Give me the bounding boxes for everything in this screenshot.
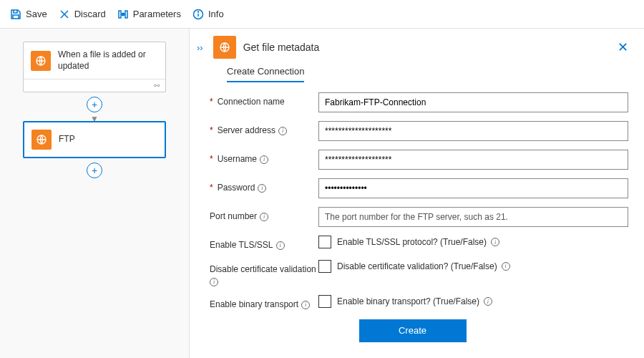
binary-cb-label: Enable binary transport? (True/False) — [337, 296, 479, 306]
port-input[interactable] — [318, 207, 628, 227]
label-connection-name: Connection name — [218, 97, 285, 108]
info-icon[interactable]: i — [502, 262, 510, 271]
parameters-button[interactable]: Parameters — [117, 9, 181, 20]
label-tls: Enable TLS/SSL — [210, 240, 273, 251]
password-input[interactable] — [318, 178, 628, 198]
discard-icon — [59, 9, 70, 20]
info-icon — [192, 9, 204, 20]
tls-cb-label: Enable TLS/SSL protocol? (True/False) — [337, 237, 487, 247]
discard-button[interactable]: Discard — [59, 9, 106, 20]
server-address-input[interactable] — [318, 121, 628, 141]
save-button[interactable]: Save — [10, 9, 47, 20]
parameters-label: Parameters — [133, 9, 181, 19]
svg-rect-1 — [125, 11, 127, 18]
svg-rect-0 — [119, 11, 121, 18]
svg-point-2 — [121, 12, 125, 16]
designer-canvas: When a file is added or updated ⚯ + ▼ FT… — [0, 29, 190, 358]
cert-cb-label: Disable certificate validation? (True/Fa… — [337, 261, 497, 271]
binary-checkbox[interactable] — [318, 295, 331, 308]
info-icon[interactable]: i — [491, 238, 499, 246]
action-card[interactable]: FTP — [23, 121, 166, 158]
label-password: Password — [218, 183, 255, 194]
ftp-icon — [213, 36, 236, 59]
ftp-icon — [31, 130, 52, 150]
cert-checkbox[interactable] — [318, 260, 331, 273]
details-panel: ›› Get file metadata ✕ Create Connection… — [190, 29, 644, 358]
trigger-title: When a file is added or updated — [58, 49, 158, 72]
info-button[interactable]: Info — [192, 9, 224, 20]
card-footer: ⚯ — [24, 79, 165, 92]
toolbar: Save Discard Parameters Info — [0, 0, 644, 29]
close-icon[interactable]: ✕ — [618, 39, 628, 55]
info-icon[interactable]: i — [260, 213, 268, 221]
username-input[interactable] — [318, 150, 628, 170]
trigger-card[interactable]: When a file is added or updated ⚯ — [23, 42, 166, 92]
info-icon[interactable]: i — [276, 241, 285, 250]
label-port: Port number — [210, 211, 257, 223]
info-icon[interactable]: i — [210, 278, 218, 286]
parameters-icon — [117, 9, 129, 20]
info-label: Info — [208, 9, 224, 19]
svg-point-5 — [197, 11, 198, 12]
info-icon[interactable]: i — [301, 301, 310, 309]
ftp-icon — [31, 51, 51, 71]
label-username: Username — [218, 154, 257, 165]
add-step-button[interactable]: + — [87, 97, 102, 112]
save-icon — [10, 9, 21, 20]
save-label: Save — [26, 9, 47, 19]
action-title: FTP — [59, 134, 75, 145]
info-icon[interactable]: i — [278, 127, 287, 135]
info-icon[interactable]: i — [260, 155, 268, 164]
tab-create-connection[interactable]: Create Connection — [227, 66, 304, 82]
discard-label: Discard — [74, 9, 106, 19]
panel-title: Get file metadata — [243, 42, 320, 53]
collapse-icon[interactable]: ›› — [197, 42, 203, 53]
info-icon[interactable]: i — [484, 297, 492, 306]
info-icon[interactable]: i — [258, 184, 266, 193]
tls-checkbox[interactable] — [318, 236, 331, 248]
link-icon: ⚯ — [154, 82, 160, 90]
connection-name-input[interactable] — [318, 92, 628, 112]
add-step-button[interactable]: + — [87, 163, 102, 178]
label-server-address: Server address — [218, 125, 275, 137]
create-button[interactable]: Create — [359, 319, 467, 342]
label-cert: Disable certificate validation — [210, 264, 316, 276]
label-binary: Enable binary transport — [210, 299, 298, 311]
